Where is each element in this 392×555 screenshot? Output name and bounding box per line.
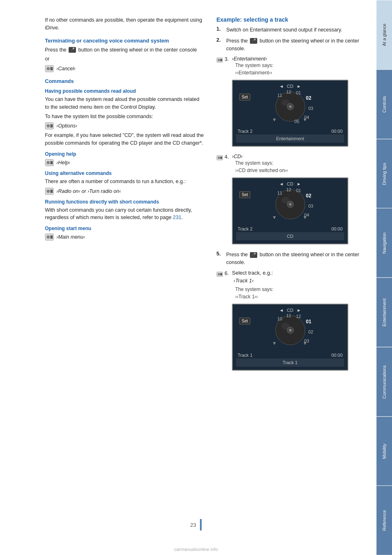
having-possible-body2: To have the system list the possible com… — [45, 113, 204, 121]
commands-heading: Commands — [45, 78, 204, 84]
left-column: If no other commands are possible, then … — [45, 16, 204, 539]
example-heading: Example: selecting a track — [216, 16, 376, 23]
button-icon — [69, 47, 76, 53]
running-functions-heading: Running functions directly with short co… — [45, 199, 204, 205]
svg-rect-19 — [51, 236, 51, 238]
sidebar-tab-controls[interactable]: Controls — [376, 69, 392, 139]
cd-disc-area-2: 11 12 01 02 03 04 ▼ ▼ — [236, 188, 344, 221]
sidebar-tab-reference[interactable]: Reference — [376, 486, 392, 555]
svg-point-1 — [47, 67, 50, 70]
svg-point-37 — [218, 157, 220, 159]
cd-nav-right-1: ► — [296, 84, 301, 89]
voice-icon-help — [45, 159, 54, 166]
step-6: 6. Select track, e.g.: ›Track 1‹ The sys… — [216, 270, 376, 374]
page-number: 23 — [190, 522, 196, 528]
svg-point-52 — [218, 273, 220, 275]
svg-text:▼: ▼ — [272, 215, 277, 220]
svg-point-21 — [218, 59, 220, 61]
cd-label-1: CD — [287, 84, 294, 89]
svg-text:▼: ▼ — [272, 117, 277, 123]
svg-rect-53 — [220, 273, 222, 275]
svg-rect-15 — [51, 190, 51, 192]
step-6-content: Select track, e.g.: ›Track 1‹ The system… — [232, 270, 348, 374]
step-5-number: 5. — [216, 251, 225, 257]
step-6-voice-cmd: Select track, e.g.: — [232, 270, 273, 276]
svg-rect-38 — [220, 157, 222, 159]
using-alternative-body1: There are often a number of commands to … — [45, 178, 204, 186]
sidebar-tab-driving-tips[interactable]: Driving tips — [376, 139, 392, 208]
step-3-system-says: The system says: ››Entertainment‹‹ — [235, 62, 348, 76]
svg-point-25 — [289, 105, 292, 108]
step-4-number: 4. — [225, 154, 232, 160]
svg-text:10: 10 — [277, 316, 282, 321]
intro-text: If no other commands are possible, then … — [45, 16, 204, 32]
svg-rect-18 — [50, 235, 53, 239]
svg-text:02: 02 — [306, 193, 312, 199]
svg-point-57 — [281, 323, 290, 329]
svg-rect-7 — [51, 125, 51, 127]
voice-icon — [45, 65, 54, 72]
cd-top-bar-3: ◄ CD ► — [236, 308, 344, 313]
voice-icon-step6 — [216, 271, 223, 278]
cd-label-2: CD — [287, 181, 294, 186]
cd-disc-area-1: 11 12 01 02 03 04 05 ▼ ▼ — [236, 90, 344, 123]
terminating-body: Press the button on the steering wheel o… — [45, 46, 204, 54]
voice-icon-step3 — [216, 56, 223, 64]
svg-text:02: 02 — [306, 95, 312, 101]
voice-icon-radio — [45, 188, 54, 195]
right-column: Example: selecting a track 1. Switch on … — [216, 16, 376, 539]
svg-text:12: 12 — [296, 314, 301, 319]
having-possible-heading: Having possible commands read aloud — [45, 88, 204, 94]
cd-top-bar-2: ◄ CD ► — [236, 181, 344, 186]
sidebar: At a glance Controls Driving tips Naviga… — [376, 0, 392, 555]
track1-command-line: ›Track 1‹ — [234, 278, 348, 284]
svg-text:01: 01 — [296, 90, 301, 95]
svg-text:▼: ▼ — [303, 117, 307, 123]
page-link[interactable]: 231 — [173, 215, 181, 220]
sidebar-tab-at-a-glance[interactable]: At a glance — [376, 0, 392, 69]
svg-rect-14 — [50, 190, 53, 193]
cd-bottom-bar-3: Track 1 00:00 — [236, 353, 344, 358]
step-3-number: 3. — [225, 56, 232, 62]
step-4-icon-area: 4. — [216, 153, 232, 161]
svg-text:12: 12 — [286, 90, 291, 94]
cd-bottom-bar-2: Track 2 00:00 — [236, 226, 344, 231]
page-marker — [200, 519, 202, 530]
running-functions-body1: With short commands you can carry out ce… — [45, 206, 204, 222]
radio-command-text: ›Radio on‹ or ›Turn radio on‹ — [56, 188, 121, 194]
cd-time-1: 00:00 — [331, 129, 343, 134]
cancel-command-text: ›Cancel‹ — [56, 66, 76, 72]
sidebar-tab-entertainment[interactable]: Entertainment — [376, 278, 392, 347]
svg-text:▼: ▼ — [272, 340, 277, 346]
options-command-text: ›Options‹ — [56, 123, 77, 129]
sidebar-tab-mobility[interactable]: Mobility — [376, 416, 392, 486]
step-5: 5. Press the button on the steering whee… — [216, 251, 376, 266]
having-possible-body1: You can have the system read aloud the p… — [45, 96, 204, 111]
step-4-system-says: The system says: ››CD drive switched on‹… — [235, 159, 348, 174]
step-2-text: Press the button on the steering wheel o… — [226, 37, 376, 53]
cd-label-3: CD — [287, 308, 294, 313]
step-6-system-says: The system says: ››Track 1‹‹ — [235, 286, 348, 300]
sidebar-tab-communications[interactable]: Communications — [376, 347, 392, 416]
cd-top-bar-1: ◄ CD ► — [236, 84, 344, 89]
svg-rect-3 — [51, 67, 51, 70]
sidebar-tab-navigation[interactable]: Navigation — [376, 208, 392, 278]
cd-track-2: Track 2 — [238, 226, 252, 231]
cd-footer-3: Track 1 — [236, 358, 344, 367]
svg-text:05: 05 — [294, 119, 299, 124]
svg-rect-22 — [220, 59, 222, 61]
cd-nav-left-3: ◄ — [279, 308, 284, 313]
step-5-text: Press the button on the steering wheel o… — [226, 251, 376, 266]
main-menu-command-line: ›Main menu‹ — [45, 233, 204, 241]
cancel-command-line: ›Cancel‹ — [45, 65, 204, 72]
cd-svg-2: 11 12 01 02 03 04 ▼ ▼ — [237, 187, 343, 222]
help-command-text: ›Help‹ — [56, 160, 70, 166]
step-3-content: ›Entertainment‹ The system says: ››Enter… — [232, 56, 348, 150]
cd-track-1: Track 2 — [238, 129, 252, 134]
cd-time-3: 00:00 — [331, 353, 343, 358]
step-3-icon-area: 3. — [216, 56, 232, 64]
or-text: or — [45, 55, 204, 63]
terminating-heading: Terminating or canceling voice command s… — [45, 38, 204, 44]
having-possible-body3: For example, if you have selected "CD", … — [45, 132, 204, 147]
button-icon-5 — [250, 252, 257, 258]
